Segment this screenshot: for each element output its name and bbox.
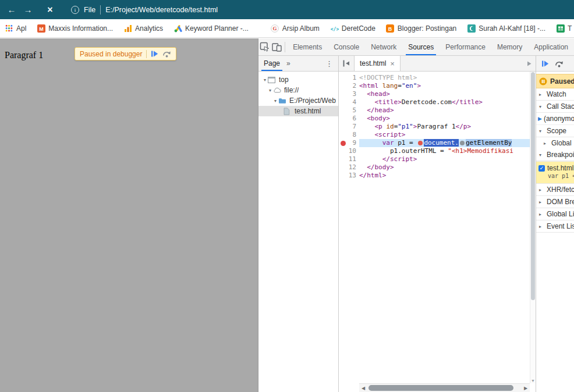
tab-application[interactable]: Application — [528, 38, 574, 55]
inline-breakpoint-icon[interactable] — [418, 141, 423, 145]
vertical-scroll-thumb[interactable] — [531, 72, 535, 300]
bookmark-arsip-album[interactable]: GArsip Album — [271, 24, 320, 33]
chevron-down-icon[interactable]: ▾ — [262, 77, 268, 83]
scroll-right-icon[interactable]: ▶ — [522, 386, 530, 391]
more-tabs-icon[interactable]: » — [285, 59, 292, 67]
bookmark-apl[interactable]: Apl — [5, 24, 26, 33]
bookmark-maxxis-information[interactable]: MMaxxis Information... — [37, 24, 113, 33]
code-text[interactable]: <title>Deretcode.com</title> — [359, 98, 530, 106]
code-text[interactable]: <body> — [359, 115, 530, 123]
line-number[interactable]: 13 — [348, 172, 359, 180]
bookmark-blogger-postingan[interactable]: BBlogger: Postingan — [386, 24, 456, 33]
editor-horizontal-scrollbar[interactable]: ◀ ▶ — [359, 383, 530, 392]
sidebar-section-global-listeners[interactable]: ▸Global Listeners — [536, 208, 574, 220]
breakpoint-checkbox[interactable]: ✓ — [538, 165, 545, 172]
breakpoint-gutter[interactable] — [339, 131, 348, 139]
breakpoint-gutter[interactable] — [339, 123, 348, 131]
navigator-menu-icon[interactable]: ⋮ — [320, 59, 338, 68]
sidebar-section-scope[interactable]: ▾Scope — [536, 125, 574, 137]
file-tree-item-e-project-web[interactable]: ▾E:/Project/Web — [258, 95, 338, 106]
code-text[interactable]: <p id="p1">Paragraf 1</p> — [359, 123, 530, 131]
code-text[interactable]: var p1 = document.getElementBy — [359, 139, 530, 147]
code-text[interactable]: <script> — [359, 131, 530, 139]
page-info-icon[interactable]: i — [71, 6, 79, 14]
code-text[interactable]: </body> — [359, 163, 530, 172]
line-number[interactable]: 3 — [348, 90, 359, 98]
line-number[interactable]: 5 — [348, 106, 359, 115]
sidebar-section-breakpoints[interactable]: ▾Breakpoints — [536, 149, 574, 161]
sidebar-section-call-stack[interactable]: ▾Call Stack — [536, 101, 574, 113]
line-number[interactable]: 4 — [348, 98, 359, 106]
tab-sources[interactable]: Sources — [402, 38, 440, 55]
file-tree-item-file[interactable]: ▾file:// — [258, 85, 338, 95]
breakpoint-gutter[interactable] — [339, 82, 348, 90]
bookmark-keyword-planner[interactable]: Keyword Planner -... — [173, 24, 249, 33]
sidebar-section-event-listener-breakpoints[interactable]: ▸Event Listener Breakpoints — [536, 220, 574, 233]
step-over-icon[interactable] — [162, 50, 171, 58]
breakpoint-gutter[interactable] — [339, 172, 348, 180]
sidebar-section-dom-breakpoints[interactable]: ▸DOM Breakpoints — [536, 196, 574, 208]
chevron-down-icon[interactable]: ▾ — [272, 98, 278, 104]
editor-vertical-scrollbar[interactable]: ▼ — [530, 72, 536, 383]
breakpoint-gutter[interactable] — [339, 106, 348, 115]
line-number[interactable]: 10 — [348, 147, 359, 155]
breakpoint-gutter[interactable] — [339, 155, 348, 163]
line-number[interactable]: 9 — [348, 139, 359, 147]
breakpoint-gutter[interactable] — [339, 90, 348, 98]
back-button[interactable]: ← — [3, 5, 20, 15]
line-number[interactable]: 12 — [348, 163, 359, 172]
line-number[interactable]: 8 — [348, 131, 359, 139]
tab-console[interactable]: Console — [328, 38, 365, 55]
line-number[interactable]: 11 — [348, 155, 359, 163]
sidebar-section-xhr-fetch-breakpoints[interactable]: ▸XHR/fetch Breakpoints — [536, 184, 574, 196]
breakpoint-marker-icon[interactable] — [341, 141, 346, 146]
sidebar-section-watch[interactable]: ▸Watch — [536, 88, 574, 101]
next-tab-icon[interactable] — [522, 56, 536, 71]
sidebar-section-global[interactable]: ▸Global — [536, 137, 574, 149]
close-tab-icon[interactable]: × — [390, 59, 395, 68]
inspect-element-icon[interactable] — [258, 38, 271, 55]
scroll-down-icon[interactable]: ▼ — [530, 379, 536, 383]
editor-tab-test-html[interactable]: test.html × — [354, 56, 401, 71]
resume-script-icon[interactable] — [541, 60, 549, 67]
breakpoint-entry[interactable]: ✓test.htmlvar p1 = document.getElementBy — [536, 161, 574, 184]
code-area[interactable]: 1<!DOCTYPE html>2<html lang="en">3 <head… — [339, 72, 530, 383]
code-text[interactable]: </html> — [359, 172, 530, 180]
chevron-down-icon[interactable]: ▾ — [267, 88, 273, 93]
horizontal-scroll-thumb[interactable] — [369, 385, 513, 391]
forward-button[interactable]: → — [20, 5, 36, 15]
bookmark-deretcode[interactable]: </>DeretCode — [330, 24, 375, 33]
scroll-left-icon[interactable]: ◀ — [359, 386, 367, 391]
tab-page[interactable]: Page — [258, 56, 285, 71]
code-text[interactable]: <head> — [359, 90, 530, 98]
address-bar[interactable]: i File E:/Project/Web/deretcode/test.htm… — [71, 5, 218, 15]
tab-performance[interactable]: Performance — [440, 38, 491, 55]
line-number[interactable]: 1 — [348, 74, 359, 82]
breakpoint-gutter[interactable] — [339, 163, 348, 172]
device-toolbar-icon[interactable] — [271, 38, 283, 55]
code-text[interactable]: <html lang="en"> — [359, 82, 530, 90]
bookmark-t[interactable]: T — [556, 24, 572, 33]
breakpoint-gutter[interactable] — [339, 98, 348, 106]
code-text[interactable]: <!DOCTYPE html> — [359, 74, 530, 82]
line-number[interactable]: 6 — [348, 115, 359, 123]
step-over-icon[interactable] — [555, 60, 564, 67]
breakpoint-gutter[interactable] — [339, 74, 348, 82]
code-text[interactable]: </script> — [359, 155, 530, 163]
code-text[interactable]: </head> — [359, 106, 530, 115]
file-tree-item-top[interactable]: ▾top — [258, 74, 338, 85]
breakpoint-gutter[interactable] — [339, 115, 348, 123]
callstack-frame[interactable]: ▶(anonymous) — [536, 113, 574, 125]
collapse-navigator-icon[interactable] — [339, 56, 354, 71]
tab-network[interactable]: Network — [365, 38, 402, 55]
bookmark-surah-al-kahf-18[interactable]: Surah Al-Kahf [18] -... — [467, 24, 545, 33]
inline-breakpoint-candidate-icon[interactable] — [460, 141, 465, 145]
code-text[interactable]: p1.outerHTML = "<h1>Memodifikasi — [359, 147, 530, 155]
tab-memory[interactable]: Memory — [491, 38, 528, 55]
horizontal-scroll-track[interactable] — [367, 384, 522, 392]
bookmark-analytics[interactable]: Analytics — [123, 24, 163, 33]
line-number[interactable]: 2 — [348, 82, 359, 90]
stop-button[interactable]: × — [42, 5, 58, 15]
tab-elements[interactable]: Elements — [287, 38, 328, 55]
breakpoint-gutter[interactable] — [339, 147, 348, 155]
